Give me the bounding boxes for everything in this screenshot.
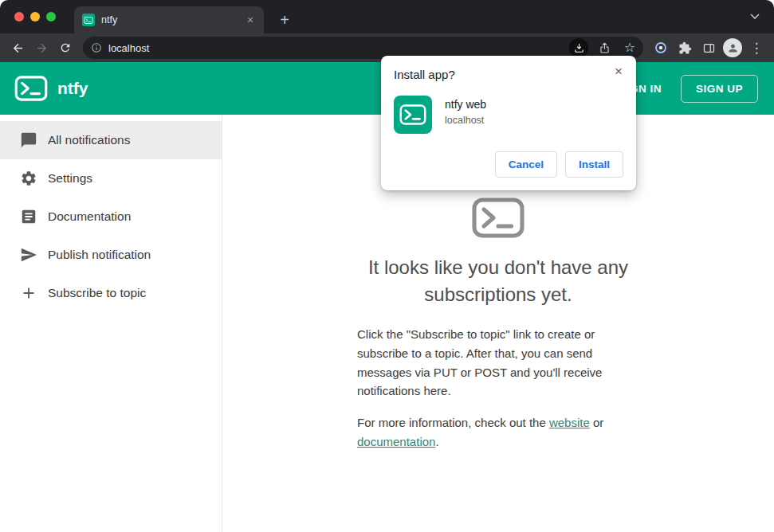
tab-favicon-icon (82, 14, 95, 26)
bookmark-star-icon[interactable]: ☆ (620, 38, 639, 57)
forward-icon[interactable] (30, 37, 53, 59)
browser-window: ntfy × + localhost (0, 0, 774, 532)
dialog-close-icon[interactable]: × (611, 64, 627, 80)
website-link[interactable]: website (549, 416, 590, 429)
empty-state-text: Click the "Subscribe to topic" link to c… (357, 325, 639, 451)
install-app-icon[interactable] (569, 38, 588, 57)
more-info-prefix: For more information, check out the (357, 416, 549, 429)
install-app-origin: localhost (445, 115, 486, 126)
window-minimize-button[interactable] (30, 12, 40, 22)
window-close-button[interactable] (14, 12, 24, 22)
documentation-link[interactable]: documentation (357, 435, 435, 448)
ntfy-empty-logo-icon (472, 198, 525, 238)
sidebar-item-label: Documentation (48, 209, 131, 224)
install-dialog-title: Install app? (394, 68, 623, 81)
window-controls (14, 12, 56, 22)
empty-state: It looks like you don't have any subscri… (323, 198, 674, 451)
install-button[interactable]: Install (565, 151, 623, 178)
empty-state-more-info: For more information, check out the webs… (357, 413, 639, 451)
app-brand: ntfy (57, 79, 88, 98)
sidebar-item-subscribe-to-topic[interactable]: Subscribe to topic (0, 274, 222, 312)
url-text[interactable]: localhost (108, 42, 563, 54)
sidebar-item-label: Publish notification (48, 248, 151, 262)
install-app-info: ntfy web localhost (394, 96, 623, 134)
more-info-suffix: . (435, 435, 438, 448)
sidebar-item-settings[interactable]: Settings (0, 159, 222, 198)
profile-avatar[interactable] (721, 37, 744, 59)
ntfy-logo-icon (14, 76, 48, 101)
share-icon[interactable] (595, 38, 614, 57)
sidebar-item-publish-notification[interactable]: Publish notification (0, 236, 222, 274)
install-app-text: ntfy web localhost (445, 96, 486, 126)
extensions-puzzle-icon[interactable] (674, 37, 696, 59)
empty-state-paragraph: Click the "Subscribe to topic" link to c… (357, 325, 639, 401)
sidebar-item-label: Subscribe to topic (48, 286, 146, 300)
more-info-middle: or (590, 416, 604, 429)
window-zoom-button[interactable] (46, 12, 56, 22)
send-icon (20, 246, 37, 264)
chat-icon (20, 131, 37, 149)
plus-icon (20, 284, 37, 302)
tab-strip: ntfy × + (0, 0, 774, 33)
site-info-icon[interactable] (91, 42, 102, 53)
sidebar-item-label: Settings (48, 171, 92, 186)
browser-tab[interactable]: ntfy × (74, 6, 264, 33)
tab-close-icon[interactable]: × (243, 13, 257, 27)
sign-up-button[interactable]: SIGN UP (681, 75, 758, 103)
sidebar-item-documentation[interactable]: Documentation (0, 198, 222, 236)
sidebar-item-all-notifications[interactable]: All notifications (0, 121, 222, 159)
install-app-icon-tile (394, 96, 432, 134)
new-tab-button[interactable]: + (273, 9, 296, 31)
gear-icon (20, 170, 37, 187)
back-icon[interactable] (6, 37, 29, 59)
cancel-button[interactable]: Cancel (495, 151, 557, 178)
install-app-name: ntfy web (445, 98, 486, 111)
browser-menu-icon[interactable]: ⋮ (745, 37, 768, 59)
side-panel-icon[interactable] (697, 37, 720, 59)
empty-state-heading: It looks like you don't have any subscri… (323, 254, 674, 307)
article-icon (20, 208, 37, 225)
tab-search-chevron-icon[interactable] (748, 10, 761, 23)
sidebar: All notifications Settings Documentation… (0, 115, 222, 532)
install-app-dialog: Install app? × ntfy web localhost Cancel… (381, 56, 636, 190)
sidebar-item-label: All notifications (48, 133, 130, 147)
pinned-extension-icon[interactable] (650, 37, 672, 59)
reload-icon[interactable] (54, 37, 77, 59)
tab-title: ntfy (101, 14, 237, 25)
install-dialog-buttons: Cancel Install (394, 151, 623, 178)
